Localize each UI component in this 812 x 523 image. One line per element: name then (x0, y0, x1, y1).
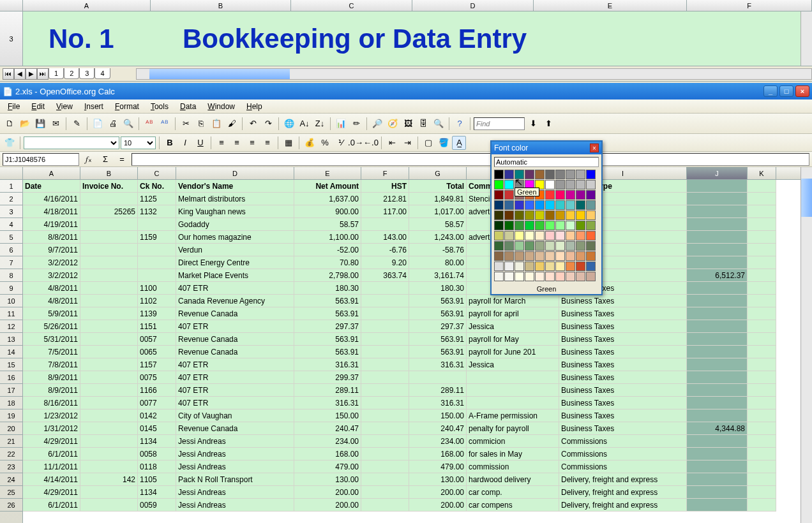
fontcolor-icon[interactable]: A̲ (452, 136, 466, 150)
cell[interactable]: commicion (467, 435, 559, 448)
swatch[interactable] (494, 190, 504, 200)
cell[interactable]: 407 ETR (176, 397, 294, 409)
cell[interactable] (748, 397, 776, 409)
cell[interactable]: 1151 (138, 320, 176, 333)
row-header-3[interactable]: 3 (0, 205, 22, 218)
cell[interactable]: City of Vaughan (176, 409, 294, 422)
cell[interactable]: car comp. (467, 486, 559, 499)
cell[interactable]: Business Taxes (559, 333, 687, 346)
swatch[interactable] (586, 241, 596, 251)
swatch[interactable] (555, 262, 565, 271)
row-header-18[interactable]: 18 (0, 397, 22, 409)
swatch[interactable] (535, 210, 545, 220)
cell[interactable] (80, 358, 138, 371)
cell[interactable]: 0075 (138, 371, 176, 384)
cell[interactable] (748, 333, 776, 346)
swatch[interactable] (525, 251, 534, 261)
cell[interactable] (80, 218, 138, 231)
swatch[interactable] (515, 251, 524, 261)
cells[interactable]: DateInvoice No.Ck No.Vendor's NameNet Am… (23, 180, 801, 523)
cell[interactable]: Invoice No. (80, 180, 138, 193)
cell[interactable] (748, 180, 776, 193)
swatch[interactable] (566, 210, 575, 220)
cell[interactable] (80, 346, 138, 358)
row-header-24[interactable]: 24 (0, 473, 22, 486)
cell[interactable]: 0118 (138, 460, 176, 473)
swatch[interactable] (555, 272, 565, 281)
col-header-g[interactable]: G (409, 167, 467, 179)
cell[interactable] (748, 231, 776, 244)
cell[interactable]: 1134 (138, 435, 176, 448)
cell[interactable] (361, 384, 409, 397)
cell[interactable] (361, 422, 409, 435)
cell[interactable]: 6,512.37 (687, 269, 748, 282)
cell[interactable] (748, 448, 776, 460)
cell[interactable]: 563.91 (294, 295, 361, 307)
cell[interactable]: Market Place Events (176, 269, 294, 282)
cell[interactable]: 1105 (138, 473, 176, 486)
cell[interactable] (687, 256, 748, 269)
cell[interactable]: 3,161.74 (409, 269, 467, 282)
swatch[interactable] (545, 200, 555, 210)
cell[interactable]: 407 ETR (176, 282, 294, 295)
number-std-icon[interactable]: ⅟ (333, 136, 347, 150)
cell[interactable] (687, 282, 748, 295)
cell[interactable] (80, 371, 138, 384)
cell[interactable]: 117.00 (361, 205, 409, 218)
cell[interactable] (748, 473, 776, 486)
cell[interactable]: 1,017.00 (409, 205, 467, 218)
open-icon[interactable]: 📂 (18, 117, 32, 131)
swatch[interactable] (586, 190, 596, 200)
cell[interactable] (687, 244, 748, 256)
find-replace-icon[interactable]: 🔎 (370, 117, 384, 131)
column-headers[interactable]: ABCDEFGHIJK (23, 167, 801, 180)
navigator-icon[interactable]: 🧭 (386, 117, 400, 131)
bg-col-c[interactable]: C (291, 0, 412, 11)
cell[interactable]: 563.91 (294, 346, 361, 358)
cell[interactable]: 0077 (138, 397, 176, 409)
cell[interactable] (748, 435, 776, 448)
row-headers[interactable]: 1234567891011121314151617181920212223242… (0, 180, 23, 523)
cell[interactable]: 563.91 (294, 333, 361, 346)
swatch[interactable] (494, 241, 504, 251)
row-header-10[interactable]: 10 (0, 295, 22, 307)
cell[interactable]: 5/26/2011 (23, 320, 80, 333)
swatch[interactable] (504, 272, 514, 281)
cell[interactable]: Net Amount (294, 180, 361, 193)
cell[interactable]: 289.11 (409, 384, 467, 397)
copy-icon[interactable]: ⎘ (194, 117, 208, 131)
cell[interactable]: Direct Energy Centre (176, 256, 294, 269)
cell[interactable]: 7/5/2011 (23, 346, 80, 358)
swatch[interactable] (566, 231, 575, 240)
cell[interactable]: Date (23, 180, 80, 193)
cell[interactable]: 150.00 (409, 409, 467, 422)
swatch[interactable] (535, 221, 545, 230)
swatch[interactable] (586, 251, 596, 261)
cell[interactable]: Business Taxes (559, 384, 687, 397)
cell[interactable]: 1157 (138, 358, 176, 371)
inc-indent-icon[interactable]: ⇥ (400, 136, 414, 150)
bg-tab-1[interactable]: 1 (49, 68, 64, 79)
cell[interactable]: 299.37 (294, 371, 361, 384)
cell[interactable] (687, 371, 748, 384)
font-color-popup[interactable]: Font color × Automatic Green (490, 140, 603, 295)
cell[interactable] (361, 460, 409, 473)
cell[interactable] (748, 320, 776, 333)
cell[interactable] (80, 231, 138, 244)
cell[interactable]: Business Taxes (559, 422, 687, 435)
bg-vscroll[interactable] (801, 11, 812, 66)
cell[interactable]: 8/9/2011 (23, 384, 80, 397)
cell[interactable]: Commissions (559, 448, 687, 460)
cell[interactable] (687, 397, 748, 409)
cell[interactable] (361, 499, 409, 512)
cell[interactable]: 0057 (138, 333, 176, 346)
row-header-21[interactable]: 21 (0, 435, 22, 448)
cell[interactable] (80, 499, 138, 512)
swatch[interactable] (566, 190, 575, 200)
row-header-5[interactable]: 5 (0, 231, 22, 244)
name-box[interactable] (3, 153, 79, 166)
cell[interactable] (138, 244, 176, 256)
menu-help[interactable]: Help (241, 101, 267, 112)
swatch[interactable] (494, 180, 504, 189)
swatch[interactable] (535, 251, 545, 261)
